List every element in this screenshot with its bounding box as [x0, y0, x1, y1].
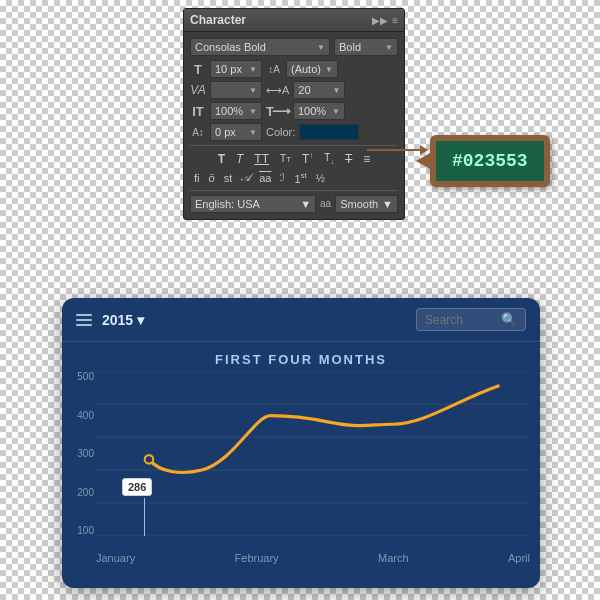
expand-icon[interactable]: ▶▶ [372, 15, 388, 26]
tracking-icon: ⟷A [266, 84, 289, 97]
font-row: Consolas Bold ▼ Bold ▼ [190, 38, 398, 56]
baseline-color-row: A↕ 0 px ▼ Color: [190, 123, 398, 141]
panel-title: Character [190, 13, 246, 27]
kerning-tracking-row: VA ▼ ⟷A 20 ▼ [190, 81, 398, 99]
x-label-january: January [96, 552, 135, 564]
leading-input[interactable]: (Auto) ▼ [286, 60, 338, 78]
subscript-button[interactable]: T↓ [321, 151, 337, 166]
size-leading-row: T 10 px ▼ ↕A (Auto) ▼ [190, 60, 398, 78]
aa-label: aa [320, 198, 331, 209]
y-label-500: 500 [66, 371, 94, 382]
smooth-label: Smooth [340, 198, 378, 210]
scale-h-icon: T⟶ [266, 104, 289, 119]
hamburger-menu[interactable] [76, 314, 92, 326]
chart-area: 500 400 300 200 100 [62, 371, 540, 566]
ligature-button[interactable]: fi [192, 171, 202, 185]
chart-title: FIRST FOUR MONTHS [62, 342, 540, 371]
chart-widget: 2015 ▾ 🔍 FIRST FOUR MONTHS 500 400 300 2… [62, 298, 540, 588]
swash-button[interactable]: aa [257, 171, 273, 185]
year-selector[interactable]: 2015 ▾ [102, 312, 144, 328]
discretionary-button[interactable]: ö [207, 171, 217, 185]
panel-titlebar-icons: ▶▶ ≡ [372, 15, 398, 26]
stylistic-button[interactable]: 𝒜 [239, 170, 252, 185]
scale-row: IT 100% ▼ T⟶ 100% ▼ [190, 102, 398, 120]
tracking-input[interactable]: 20 ▼ [293, 81, 345, 99]
search-input[interactable] [425, 313, 495, 327]
hamburger-line-3 [76, 324, 92, 326]
font-family-arrow: ▼ [317, 43, 325, 52]
chalkboard-tooltip: #023553 [430, 135, 550, 187]
leading-icon: ↕A [266, 64, 282, 75]
old-style-button[interactable]: st [222, 171, 235, 185]
scale-h-input[interactable]: 100% ▼ [293, 102, 345, 120]
x-label-february: February [235, 552, 279, 564]
smooth-select[interactable]: Smooth ▼ [335, 195, 398, 213]
small-caps-button[interactable]: TT [277, 152, 294, 165]
color-swatch[interactable] [299, 124, 359, 140]
font-style-label: Bold [339, 41, 361, 53]
svg-point-6 [145, 455, 153, 464]
data-point-label: 286 [122, 478, 152, 496]
italic-button[interactable]: T [233, 151, 246, 167]
font-size-icon: T [190, 62, 206, 77]
panel-body: Consolas Bold ▼ Bold ▼ T 10 px ▼ ↕A (Aut… [184, 32, 404, 219]
divider-2 [190, 190, 398, 191]
font-family-select[interactable]: Consolas Bold ▼ [190, 38, 330, 56]
divider-1 [190, 145, 398, 146]
chart-header: 2015 ▾ 🔍 [62, 298, 540, 342]
baseline-input[interactable]: 0 px ▼ [210, 123, 262, 141]
language-label: English: USA [195, 198, 260, 210]
language-select[interactable]: English: USA ▼ [190, 195, 316, 213]
y-labels: 500 400 300 200 100 [66, 371, 94, 536]
y-label-200: 200 [66, 487, 94, 498]
chart-header-left: 2015 ▾ [76, 312, 144, 328]
smooth-arrow: ▼ [382, 198, 393, 210]
glyph-row: fi ö st 𝒜 aa ℐ 1st ½ [190, 170, 398, 186]
font-size-input[interactable]: 10 px ▼ [210, 60, 262, 78]
data-point-line [144, 498, 145, 536]
kerning-icon: VA [190, 83, 206, 97]
character-panel: Character ▶▶ ≡ Consolas Bold ▼ Bold ▼ T … [183, 8, 405, 220]
ordinal-button[interactable]: 1st [292, 170, 308, 186]
faux-button[interactable]: ≡ [360, 151, 373, 167]
font-family-label: Consolas Bold [195, 41, 266, 53]
fraction-button[interactable]: ½ [314, 171, 327, 185]
panel-titlebar: Character ▶▶ ≡ [184, 9, 404, 32]
chalkboard-text: #023553 [452, 151, 528, 171]
hamburger-line-2 [76, 319, 92, 321]
style-row: T T TT TT T↑ T↓ T ≡ [190, 150, 398, 167]
search-icon: 🔍 [501, 312, 517, 327]
x-label-april: April [508, 552, 530, 564]
hamburger-line-1 [76, 314, 92, 316]
scale-v-input[interactable]: 100% ▼ [210, 102, 262, 120]
kerning-input[interactable]: ▼ [210, 81, 262, 99]
scale-v-icon: IT [190, 104, 206, 119]
x-label-march: March [378, 552, 409, 564]
strikethrough-button[interactable]: T [342, 151, 355, 167]
y-label-400: 400 [66, 410, 94, 421]
y-label-100: 100 [66, 525, 94, 536]
bold-button[interactable]: T [215, 151, 228, 167]
arrow-connector [367, 149, 427, 151]
language-arrow: ▼ [300, 198, 311, 210]
y-label-300: 300 [66, 448, 94, 459]
underline-button[interactable]: TT [251, 151, 272, 167]
menu-icon[interactable]: ≡ [392, 15, 398, 26]
font-style-select[interactable]: Bold ▼ [334, 38, 398, 56]
search-box[interactable]: 🔍 [416, 308, 526, 331]
caps-button[interactable]: T↑ [299, 150, 316, 167]
x-labels: January February March April [96, 552, 530, 564]
color-label: Color: [266, 126, 295, 138]
bottom-row: English: USA ▼ aa Smooth ▼ [190, 195, 398, 213]
line-chart [96, 371, 530, 536]
data-point-value: 286 [128, 481, 146, 493]
font-style-arrow: ▼ [385, 43, 393, 52]
titling-button[interactable]: ℐ [278, 171, 287, 184]
baseline-icon: A↕ [190, 127, 206, 138]
